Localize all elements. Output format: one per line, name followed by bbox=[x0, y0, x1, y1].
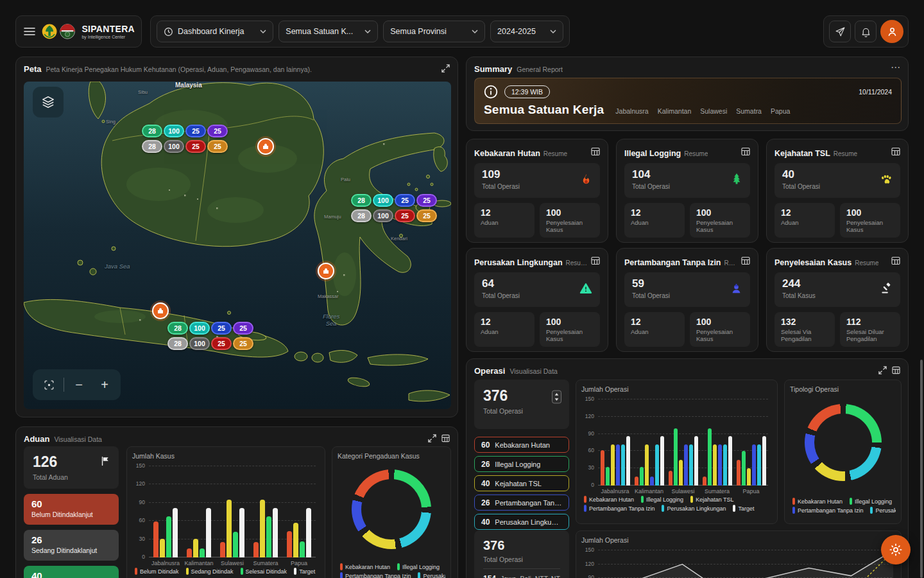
cluster-marker[interactable]: 25 bbox=[211, 322, 232, 335]
cluster-marker[interactable]: 100 bbox=[164, 125, 184, 137]
map-canvas[interactable]: Malaysia Sibu Sing Java Sea Flores Sea P… bbox=[24, 82, 451, 409]
operasi-breakdown-item[interactable]: 40Perusakan Lingkungan bbox=[474, 514, 569, 530]
settings-fab[interactable] bbox=[881, 535, 911, 565]
region-label: Sumatra bbox=[736, 107, 762, 115]
incident-marker[interactable] bbox=[257, 138, 274, 155]
bar bbox=[300, 541, 305, 557]
cluster-marker[interactable]: 28 bbox=[167, 337, 188, 350]
legend-item[interactable]: Pertambangan Tanpa Izin bbox=[340, 572, 411, 578]
operasi-panel: Operasi Visualisasi Data 376 Total Opera… bbox=[466, 358, 909, 578]
cluster-marker[interactable]: 25 bbox=[185, 125, 206, 137]
bar bbox=[173, 508, 178, 557]
legend-item[interactable]: Perusakan Lingkungan bbox=[418, 572, 445, 578]
sub-stat-aduan: 12Aduan bbox=[474, 312, 535, 347]
aduan-status-card[interactable]: 40Selesai bbox=[24, 566, 119, 578]
page-scrollbar[interactable] bbox=[920, 360, 923, 578]
cluster-marker[interactable]: 28 bbox=[351, 209, 372, 222]
cluster-marker[interactable]: 28 bbox=[351, 194, 372, 207]
legend-item[interactable]: Perusakan Lingkungan bbox=[870, 507, 896, 514]
operasi-breakdown-item[interactable]: 26Pertambangan Tanpa Izin bbox=[474, 495, 569, 511]
table-icon[interactable] bbox=[441, 434, 450, 442]
cluster-marker[interactable]: 25 bbox=[416, 194, 437, 207]
expand-icon[interactable] bbox=[441, 64, 450, 73]
card-title: Kejahatan TSL bbox=[774, 149, 830, 158]
notifications-button[interactable] bbox=[855, 21, 877, 42]
legend-item[interactable]: Kebakaran Hutan bbox=[792, 498, 843, 505]
cluster-marker[interactable]: 25 bbox=[233, 337, 253, 350]
cluster-marker[interactable]: 100 bbox=[164, 140, 184, 153]
summary-title: Summary bbox=[474, 64, 512, 74]
table-icon[interactable] bbox=[591, 147, 600, 156]
sub-stat-label: Aduan bbox=[481, 219, 528, 226]
cluster-marker[interactable]: 25 bbox=[416, 209, 437, 222]
provinsi-dropdown[interactable]: Semua Provinsi bbox=[383, 21, 485, 42]
incident-marker[interactable] bbox=[152, 302, 169, 319]
satuan-kerja-dropdown[interactable]: Semua Satuan K... bbox=[278, 21, 378, 42]
card-tag: Resume bbox=[543, 150, 567, 157]
stepper-icon[interactable] bbox=[552, 390, 561, 404]
map-locate-button[interactable] bbox=[37, 372, 61, 397]
legend-item[interactable]: Sedang Ditindak bbox=[186, 568, 234, 575]
cluster-marker[interactable]: 100 bbox=[189, 337, 210, 350]
cluster-marker[interactable]: 25 bbox=[395, 194, 415, 207]
cluster-marker[interactable]: 100 bbox=[373, 209, 393, 222]
cluster-marker[interactable]: 100 bbox=[189, 322, 210, 335]
chevron-down-icon bbox=[364, 30, 371, 33]
table-icon[interactable] bbox=[892, 366, 900, 374]
send-button[interactable] bbox=[829, 21, 851, 42]
operasi-breakdown-item[interactable]: 60Kebakaran Hutan bbox=[474, 437, 569, 453]
operasi-breakdown-item[interactable]: 40Kejahatan TSL bbox=[474, 475, 569, 491]
periode-dropdown[interactable]: 2024-2025 bbox=[490, 21, 563, 42]
brand-tagline: by Intelligence Center bbox=[81, 35, 135, 39]
legend-item[interactable]: Belum Ditindak bbox=[135, 568, 179, 575]
table-icon[interactable] bbox=[891, 147, 900, 156]
regional-row[interactable]: 154 Jawa, Bali, NTT, NTB bbox=[483, 574, 560, 578]
table-icon[interactable] bbox=[591, 256, 600, 265]
sub-stat-value: 12 bbox=[481, 207, 528, 218]
legend-item[interactable]: Pertambangan Tanpa Izin bbox=[584, 505, 654, 512]
table-icon[interactable] bbox=[891, 256, 900, 265]
cluster-marker[interactable]: 100 bbox=[373, 194, 393, 207]
cluster-marker[interactable]: 28 bbox=[142, 140, 162, 153]
category-label: Jabalnusra bbox=[601, 488, 629, 495]
legend-item[interactable]: Kebakaran Hutan bbox=[340, 563, 390, 570]
aduan-status-card[interactable]: 26Sedang Ditindaklanjut bbox=[24, 530, 119, 561]
cluster-marker[interactable]: 25 bbox=[395, 209, 415, 222]
pine-tree-icon bbox=[731, 173, 742, 186]
legend-item[interactable]: Kejahatan TSL bbox=[690, 496, 733, 503]
expand-icon[interactable] bbox=[878, 366, 887, 374]
zoom-out-button[interactable]: − bbox=[67, 372, 91, 397]
legend-item[interactable]: Selesai Ditindak bbox=[241, 568, 287, 575]
user-avatar[interactable] bbox=[880, 20, 903, 43]
legend-item[interactable]: Kebakaran Hutan bbox=[584, 496, 634, 503]
expand-icon[interactable] bbox=[428, 434, 436, 442]
operasi-breakdown-item[interactable]: 26Illegal Logging bbox=[474, 456, 569, 472]
cluster-marker[interactable]: 25 bbox=[207, 140, 228, 153]
aduan-status-card[interactable]: 60Belum Ditindaklanjut bbox=[24, 494, 119, 525]
legend-item[interactable]: Target bbox=[294, 568, 315, 575]
table-icon[interactable] bbox=[741, 147, 750, 156]
more-menu-icon[interactable]: ⋯ bbox=[891, 64, 900, 71]
table-icon[interactable] bbox=[741, 256, 750, 265]
legend-item[interactable]: Perusakan Lingkungan bbox=[662, 505, 726, 512]
legend-item[interactable]: Target bbox=[733, 505, 754, 512]
legend-item[interactable]: Pertambangan Tanpa Izin bbox=[792, 507, 863, 514]
incident-marker[interactable] bbox=[318, 263, 334, 279]
legend-item[interactable]: Illegal Logging bbox=[850, 498, 892, 505]
map-layers-button[interactable] bbox=[33, 87, 64, 118]
dashboard-type-dropdown[interactable]: Dashboard Kinerja bbox=[157, 21, 273, 42]
aduan-title: Aduan bbox=[24, 434, 49, 444]
operasi-regional-card: 376 Total Operasi 154 Jawa, Bali, NTT, N… bbox=[474, 530, 569, 578]
cluster-marker[interactable]: 25 bbox=[211, 337, 232, 350]
legend-item[interactable]: Illegal Logging bbox=[641, 496, 683, 503]
menu-button[interactable] bbox=[22, 26, 37, 37]
cluster-marker[interactable]: 28 bbox=[142, 125, 162, 137]
chevron-down-icon bbox=[260, 30, 266, 33]
cluster-marker[interactable]: 25 bbox=[233, 322, 253, 335]
cluster-marker[interactable]: 25 bbox=[185, 140, 206, 153]
operasi-total-label: Total Operasi bbox=[483, 407, 560, 415]
cluster-marker[interactable]: 25 bbox=[207, 125, 228, 137]
cluster-marker[interactable]: 28 bbox=[167, 322, 188, 335]
legend-item[interactable]: Illegal Logging bbox=[397, 563, 440, 570]
zoom-in-button[interactable]: + bbox=[92, 372, 117, 397]
